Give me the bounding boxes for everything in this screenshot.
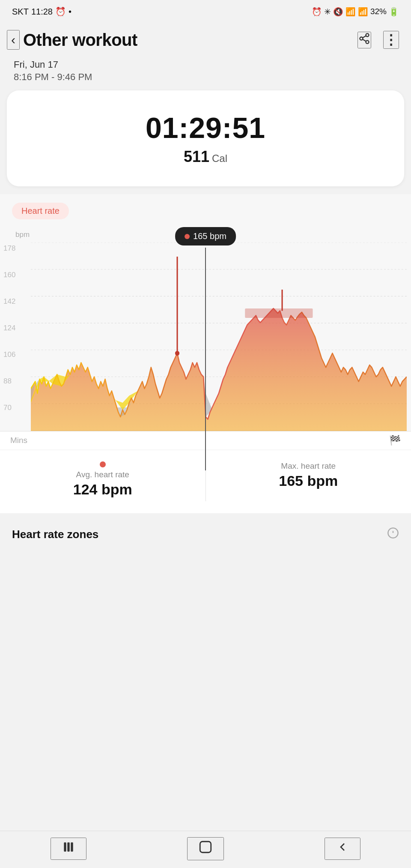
tooltip-value: 165 bpm [193, 231, 226, 241]
back-button[interactable]: ‹ [7, 30, 20, 50]
flag-icon: 🏁 [389, 435, 401, 446]
y-label-106: 106 [3, 350, 15, 359]
zones-info-button[interactable] [387, 527, 399, 542]
nav-left: ‹ Other workout [7, 30, 137, 50]
alarm-icon: ⏰ [55, 6, 66, 17]
bottom-nav [0, 831, 411, 868]
time-label: 11:28 [31, 7, 53, 17]
svg-rect-20 [64, 842, 66, 851]
y-label-70: 70 [3, 404, 15, 412]
status-left: SKT 11:28 ⏰ • [12, 6, 71, 17]
wifi-icon: 📶 [345, 7, 356, 17]
svg-point-14 [175, 351, 179, 356]
mins-label: Mins [10, 436, 27, 445]
chart-tooltip: 165 bpm [175, 227, 236, 245]
battery-icon: 🔋 [389, 7, 399, 17]
share-button[interactable] [357, 32, 371, 48]
avg-heart-rate-item: Avg. heart rate 124 bpm [0, 458, 206, 501]
avg-hr-value: 124 bpm [73, 481, 132, 498]
carrier-label: SKT [12, 7, 29, 17]
datetime-section: Fri, Jun 17 8:16 PM - 9:46 PM [0, 55, 411, 90]
y-label-88: 88 [3, 377, 15, 386]
dot-separator: • [68, 7, 71, 17]
heart-rate-tag: Heart rate [12, 203, 69, 219]
svg-rect-22 [71, 842, 73, 851]
status-bar: SKT 11:28 ⏰ • ⏰ ✳ 🔇 📶 📶 32% 🔋 [0, 0, 411, 22]
tooltip-dot [185, 234, 190, 239]
chart-container: 165 bpm bpm 178 160 142 124 106 88 70 [0, 223, 411, 431]
back-nav-button[interactable] [325, 838, 360, 860]
alarm2-icon: ⏰ [312, 7, 322, 17]
duration-value: 01:29:51 [146, 111, 265, 144]
y-label-160: 160 [3, 271, 15, 279]
y-label-124: 124 [3, 324, 15, 332]
workout-time-range: 8:16 PM - 9:46 PM [14, 72, 397, 83]
max-hr-value: 165 bpm [279, 473, 338, 489]
more-button[interactable]: ⋮ [383, 31, 399, 49]
tooltip-line [205, 248, 206, 470]
recent-apps-button[interactable] [51, 838, 86, 860]
max-hr-label: Max. heart rate [281, 461, 336, 471]
zones-header: Heart rate zones [12, 527, 399, 542]
svg-rect-23 [200, 841, 211, 853]
battery-label: 32% [370, 7, 387, 16]
calories-value: 511 [184, 148, 209, 166]
page-title: Other workout [23, 30, 137, 50]
mute-icon: 🔇 [333, 7, 343, 17]
max-heart-rate-item: Max. heart rate 165 bpm [206, 458, 411, 501]
bluetooth-icon: ✳ [324, 7, 331, 17]
nav-bar: ‹ Other workout ⋮ [0, 22, 411, 55]
avg-hr-label: Avg. heart rate [76, 470, 129, 479]
y-label-178: 178 [3, 244, 15, 253]
zones-section: Heart rate zones [0, 513, 411, 628]
heart-rate-section: Heart rate 165 bpm bpm 178 160 142 124 1… [0, 194, 411, 513]
status-right: ⏰ ✳ 🔇 📶 📶 32% 🔋 [312, 7, 399, 17]
signal-icon: 📶 [358, 7, 368, 17]
workout-date: Fri, Jun 17 [14, 59, 397, 70]
y-label-142: 142 [3, 297, 15, 306]
svg-line-4 [363, 36, 366, 38]
zones-title: Heart rate zones [12, 528, 98, 541]
home-button[interactable] [187, 837, 224, 860]
svg-rect-21 [67, 842, 69, 851]
avg-hr-dot [100, 461, 106, 467]
calories-unit: Cal [212, 153, 227, 165]
svg-line-3 [363, 39, 366, 41]
summary-card: 01:29:51 511 Cal [7, 90, 404, 186]
nav-right: ⋮ [357, 31, 399, 49]
heart-rate-chart [31, 242, 407, 431]
svg-rect-16 [245, 308, 313, 318]
calories-row: 511 Cal [184, 148, 227, 166]
